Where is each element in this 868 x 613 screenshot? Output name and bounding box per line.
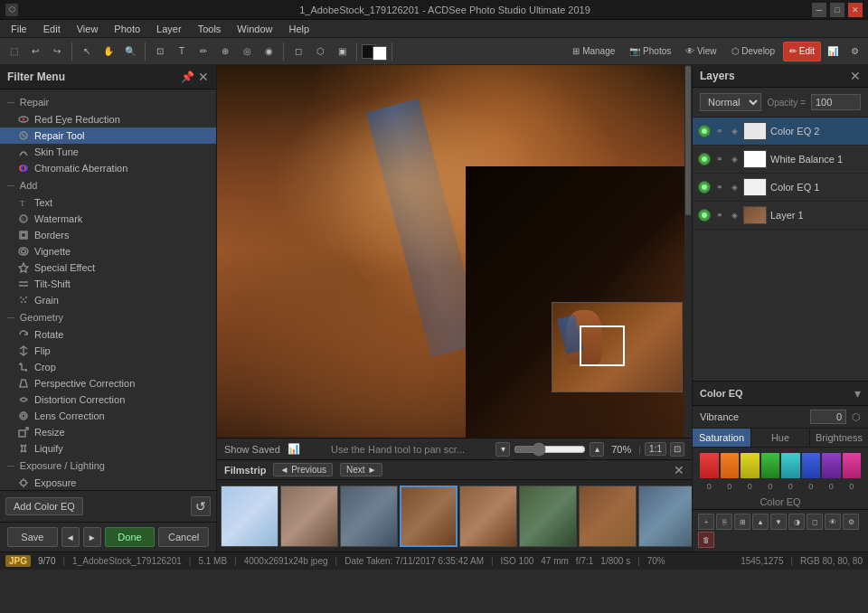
tool-hand[interactable]: ✋ <box>99 42 118 61</box>
swatch-yellow[interactable] <box>741 453 760 478</box>
next-button[interactable]: ► <box>83 527 101 547</box>
tool-zoom[interactable]: 🔍 <box>120 42 140 61</box>
filter-rotate[interactable]: Rotate <box>0 326 216 343</box>
filter-liquify[interactable]: Liquify <box>0 440 216 457</box>
manage-btn[interactable]: ⊞ Manage <box>566 42 621 61</box>
swatch-pink[interactable] <box>843 453 862 478</box>
filter-special[interactable]: Special Effect <box>0 259 216 276</box>
tool-fill[interactable]: ⬡ <box>310 42 330 61</box>
edit-btn[interactable]: ✏ Edit <box>783 42 821 61</box>
layer-down-btn[interactable]: ▼ <box>770 514 787 530</box>
filter-repair-tool[interactable]: Repair Tool <box>0 127 216 144</box>
menu-window[interactable]: Window <box>230 22 279 36</box>
vibrance-input[interactable] <box>810 410 846 424</box>
layer-item-color-eq-1[interactable]: ⚭ ◈ Color EQ 1 <box>693 174 868 202</box>
layer-item-color-eq-2[interactable]: ⚭ ◈ Color EQ 2 <box>693 118 868 146</box>
tool-eraser[interactable]: ◻ <box>288 42 308 61</box>
swatch-blue[interactable] <box>802 453 821 478</box>
filter-resize[interactable]: Resize <box>0 424 216 440</box>
layer-mask-btn[interactable]: ◻ <box>807 514 823 530</box>
prev-button[interactable]: ◄ <box>61 527 80 547</box>
maximize-button[interactable]: □ <box>830 3 844 17</box>
section-repair[interactable]: Repair <box>0 93 216 111</box>
filmstrip-thumb-3[interactable] <box>340 486 398 547</box>
layer-eye-btn[interactable]: 👁 <box>825 514 841 530</box>
cancel-button[interactable]: Cancel <box>158 527 209 547</box>
filmstrip-thumb-7[interactable] <box>579 486 637 547</box>
filmstrip-thumb-2[interactable] <box>280 486 338 547</box>
save-button[interactable]: Save <box>7 527 58 547</box>
filter-exposure[interactable]: Exposure <box>0 475 216 490</box>
filter-crop[interactable]: Crop <box>0 359 216 375</box>
zoom-down-button[interactable]: ▾ <box>495 442 510 457</box>
layer-add-btn[interactable]: + <box>698 514 714 530</box>
tab-brightness[interactable]: Brightness <box>810 429 868 447</box>
photos-btn[interactable]: 📷 Photos <box>623 42 677 61</box>
filter-distortion[interactable]: Distortion Correction <box>0 391 216 408</box>
tool-gradient[interactable]: ▣ <box>332 42 352 61</box>
tool-brush[interactable]: ✏ <box>193 42 213 61</box>
filter-vignette[interactable]: Vignette <box>0 243 216 259</box>
filter-red-eye[interactable]: Red Eye Reduction <box>0 111 216 127</box>
tool-heal[interactable]: ◎ <box>237 42 257 61</box>
histogram-icon[interactable]: 📊 <box>288 443 300 455</box>
filter-text[interactable]: T Text <box>0 194 216 211</box>
menu-layer[interactable]: Layer <box>149 22 189 36</box>
filmstrip-close[interactable]: ✕ <box>674 463 684 477</box>
filmstrip-thumb-4[interactable] <box>400 486 458 547</box>
menu-file[interactable]: File <box>4 22 34 36</box>
tool-btn-3[interactable]: ↪ <box>47 42 67 61</box>
zoom-up-button[interactable]: ▴ <box>590 442 604 457</box>
filter-grain[interactable]: Grain <box>0 292 216 308</box>
section-exposure[interactable]: Exposure / Lighting <box>0 457 216 475</box>
filter-panel-pin[interactable]: 📌 <box>181 70 194 84</box>
filter-watermark[interactable]: © Watermark <box>0 211 216 227</box>
tool-redeye[interactable]: ◉ <box>259 42 278 61</box>
filter-lens[interactable]: Lens Correction <box>0 408 216 424</box>
canvas-scroll-thumb[interactable] <box>685 66 691 215</box>
opacity-input[interactable] <box>811 94 861 110</box>
tool-crop[interactable]: ⊡ <box>150 42 170 61</box>
menu-view[interactable]: View <box>70 22 106 36</box>
section-add[interactable]: Add <box>0 176 216 194</box>
layer-item-layer1[interactable]: ⚭ ◈ Layer 1 <box>693 202 868 230</box>
extra-tool-1[interactable]: 📊 <box>823 42 843 61</box>
swatch-purple[interactable] <box>822 453 841 478</box>
tab-saturation[interactable]: Saturation <box>693 429 751 447</box>
show-saved-toggle[interactable]: Show Saved <box>224 444 280 455</box>
layer-merge-btn[interactable]: ⊞ <box>734 514 750 530</box>
filter-skin-tune[interactable]: Skin Tune <box>0 144 216 160</box>
filmstrip-thumb-5[interactable] <box>459 486 517 547</box>
filter-flip[interactable]: Flip <box>0 343 216 359</box>
layer-visibility-3[interactable] <box>698 181 711 193</box>
canvas-image[interactable]: ✕ <box>217 65 692 438</box>
menu-help[interactable]: Help <box>281 22 316 36</box>
filter-tilt[interactable]: Tilt-Shift <box>0 276 216 292</box>
reset-color-eq-button[interactable]: ↺ <box>191 496 211 516</box>
layer-opacity-btn[interactable]: ◑ <box>788 514 805 530</box>
filter-panel-close[interactable]: ✕ <box>198 70 209 84</box>
swatch-cyan[interactable] <box>781 453 800 478</box>
layer-settings-btn[interactable]: ⚙ <box>843 514 859 530</box>
blend-mode-select[interactable]: Normal Multiply Screen Overlay <box>700 93 761 111</box>
layer-item-white-balance[interactable]: ⚭ ◈ White Balance 1 <box>693 146 868 174</box>
vibrance-stepper[interactable]: ⬡ <box>852 411 861 423</box>
zoom-slider[interactable] <box>514 442 586 457</box>
menu-edit[interactable]: Edit <box>36 22 68 36</box>
background-color[interactable] <box>373 46 387 61</box>
canvas-scrollbar[interactable] <box>684 65 692 438</box>
tool-btn-1[interactable]: ⬚ <box>4 42 24 61</box>
menu-photo[interactable]: Photo <box>107 22 147 36</box>
section-geometry[interactable]: Geometry <box>0 308 216 326</box>
filmstrip-thumb-1[interactable] <box>221 486 278 547</box>
view-btn[interactable]: 👁 View <box>679 42 722 61</box>
filmstrip-thumb-8[interactable] <box>638 486 692 547</box>
color-eq-collapse[interactable]: ▾ <box>854 386 861 401</box>
tool-text[interactable]: T <box>172 42 192 61</box>
tool-btn-2[interactable]: ↩ <box>25 42 45 61</box>
filter-perspective[interactable]: Perspective Correction <box>0 375 216 391</box>
fit-button[interactable]: ⊡ <box>670 442 684 457</box>
swatch-orange[interactable] <box>721 453 740 478</box>
layer-visibility-2[interactable] <box>698 153 711 165</box>
menu-tools[interactable]: Tools <box>191 22 229 36</box>
